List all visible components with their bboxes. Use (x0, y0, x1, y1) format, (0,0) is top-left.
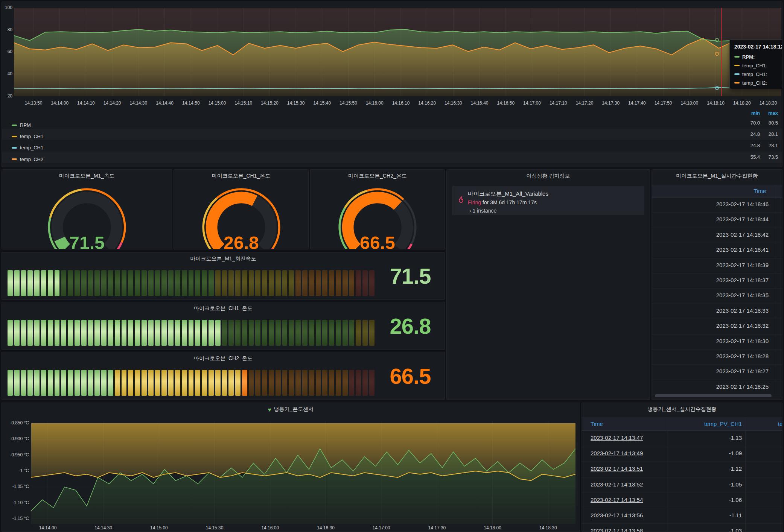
legend-max-value: 73.5 (755, 154, 778, 160)
x-tick-label: 14:14:40 (156, 100, 174, 106)
alert-instances[interactable]: › 1 instance (469, 208, 496, 214)
bargauge-value: 71.5 (378, 252, 442, 299)
panel-title[interactable]: 마이크로오븐_M1_실시간수집현황 (652, 173, 782, 179)
column-header-clipped[interactable]: te (778, 421, 782, 427)
y-tick-label: 40 (3, 71, 12, 76)
led-cell (316, 270, 321, 296)
y-tick-label: -0.850 °C (2, 420, 29, 426)
led-cell (135, 270, 140, 296)
panel-title[interactable]: 마이크로오븐_CH2_온도 (311, 173, 445, 179)
led-cell (8, 320, 13, 346)
legend-item-RPM[interactable]: RPM (12, 122, 31, 128)
table-row: 2023-02-17 14:13:56-1.11 (582, 508, 782, 524)
time-link[interactable]: 2023-02-17 14:13:54 (591, 497, 643, 503)
led-cell (249, 320, 254, 346)
legend-label[interactable]: 냉동기_온도센서 (274, 406, 314, 413)
time-link[interactable]: 2023-02-17 14:13:49 (591, 450, 643, 456)
led-cell (8, 370, 13, 396)
x-tick-label: 14:17:50 (655, 100, 672, 106)
x-tick-label: 14:15:00 (209, 100, 226, 106)
table-row: 2023-02-17 14:18:28 (652, 349, 782, 365)
alert-rule-card[interactable]: 마이크로오븐_M1_All_Variables Firing for 3M 6d… (452, 186, 644, 215)
led-cell (161, 370, 167, 396)
x-tick-label: 14:15:50 (339, 100, 357, 106)
time-cell: 2023-02-17 14:18:30 (716, 338, 769, 344)
led-cell (262, 320, 267, 346)
panel-gauge-ch1-temp: 마이크로오븐_CH1_온도 26.8 (174, 169, 309, 249)
gauge: 71.5 (40, 181, 134, 249)
time-cell: 2023-02-17 14:18:27 (716, 368, 769, 374)
panel-title[interactable]: 마이크로오븐_CH1_온도 (174, 173, 308, 179)
legend-item-temp_CH2[interactable]: temp_CH2 (12, 157, 43, 162)
y-tick-label: -0.950 °C (2, 452, 29, 458)
led-cell (289, 320, 294, 346)
gauge-value: 66.5 (360, 233, 395, 249)
led-cell (128, 270, 133, 296)
table-row: 2023-02-17 14:18:32 (652, 319, 782, 334)
time-link[interactable]: 2023-02-17 14:13:51 (591, 465, 643, 472)
chevron-right-icon[interactable]: › (469, 208, 471, 214)
tooltip-row: RPM:70.0 (734, 53, 782, 60)
time-link[interactable]: 2023-02-17 14:13:58 (591, 527, 643, 532)
led-cell (94, 270, 100, 296)
x-tick-label: 14:17:00 (373, 525, 390, 530)
led-cell (8, 270, 13, 296)
led-bar (8, 320, 374, 346)
led-cell (189, 270, 194, 296)
led-cell (182, 370, 187, 396)
gauge: 26.8 (194, 181, 289, 249)
legend-header-max[interactable]: max (755, 110, 778, 116)
led-cell (122, 370, 127, 396)
main-timeseries-chart[interactable] (14, 8, 781, 96)
led-cell (142, 270, 147, 296)
gauge-value-arc (59, 239, 66, 248)
led-cell (161, 270, 167, 296)
led-cell (262, 370, 267, 396)
tooltip-value: 70.0 (782, 54, 782, 60)
led-cell (101, 320, 107, 346)
y-tick-label: 100 (3, 5, 12, 10)
column-header-time[interactable]: Time (754, 188, 766, 194)
legend-item-temp_CH1[interactable]: temp_CH1 (12, 134, 43, 139)
time-link[interactable]: 2023-02-17 14:13:47 (591, 435, 643, 441)
y-tick-label: 80 (3, 27, 12, 32)
panel-title[interactable]: 마이크로오븐_M1_속도 (2, 173, 172, 179)
led-cell (202, 320, 207, 346)
time-link[interactable]: 2023-02-17 14:13:56 (591, 512, 643, 518)
hover-tooltip: 2023-02-17 14:18:12 RPM:70.0temp_CH1:27.… (729, 40, 782, 89)
gauge-value: 71.5 (69, 233, 105, 249)
led-cell (336, 370, 341, 396)
table-header-row (582, 417, 782, 431)
led-cell (329, 370, 334, 396)
panel-title[interactable]: 이상상황 감지정보 (447, 173, 650, 179)
legend-item-temp_CH1[interactable]: temp_CH1 (12, 145, 43, 150)
led-cell (322, 370, 327, 396)
led-cell (336, 320, 341, 346)
fridge-timeseries-chart[interactable] (31, 421, 575, 524)
series-color-swatch (12, 136, 17, 137)
led-cell (182, 270, 187, 296)
led-cell (255, 320, 260, 346)
led-cell (369, 370, 374, 396)
led-cell (34, 370, 40, 396)
table-row: 2023-02-17 14:13:58-1.03 (582, 523, 782, 532)
column-header-time[interactable]: Time (591, 421, 603, 427)
led-cell (142, 370, 147, 396)
led-cell (235, 370, 241, 396)
led-cell (175, 270, 180, 296)
x-tick-label: 14:18:10 (707, 100, 725, 106)
led-cell (175, 320, 180, 346)
alert-rule-name[interactable]: 마이크로오븐_M1_All_Variables (468, 190, 548, 198)
horizontal-scrollbar[interactable] (655, 394, 772, 397)
led-cell (369, 270, 374, 296)
y-tick-label: -1.05 °C (2, 484, 29, 489)
x-tick-label: 14:16:00 (261, 525, 279, 530)
legend-row: temp_CH124.828.1 (2, 140, 782, 151)
time-link[interactable]: 2023-02-17 14:13:52 (591, 481, 643, 488)
series-color-swatch (734, 56, 740, 58)
panel-title[interactable]: 냉동기_센서_실시간수집현황 (582, 406, 782, 413)
led-cell (215, 270, 221, 296)
table-row: 2023-02-17 14:13:52-1.05 (582, 477, 782, 493)
alert-duration: for 3M 6d 17h 17m 17s (483, 199, 537, 205)
column-header-temp-pv-ch1[interactable]: temp_PV_CH1 (704, 421, 742, 427)
